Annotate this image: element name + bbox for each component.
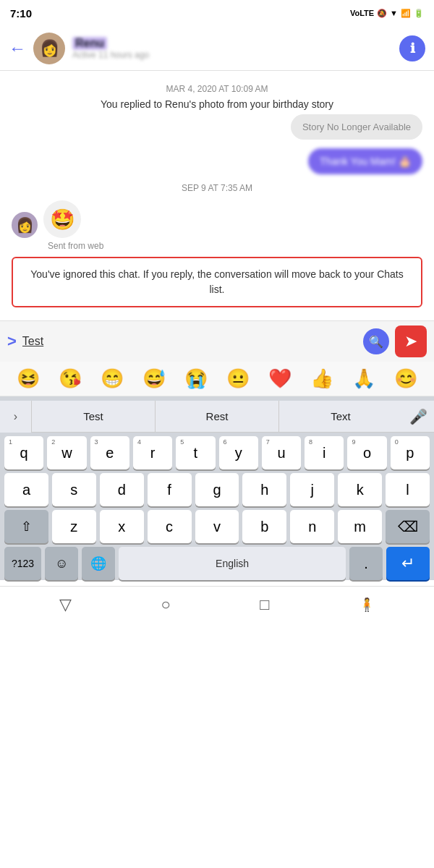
send-icon: ➤ bbox=[404, 332, 417, 351]
key-p[interactable]: 0p bbox=[391, 436, 430, 469]
battery-icon: 🔋 bbox=[414, 9, 424, 18]
key-e[interactable]: 3e bbox=[90, 436, 129, 469]
key-z[interactable]: z bbox=[52, 510, 96, 543]
emoji-grin[interactable]: 😁 bbox=[101, 367, 124, 390]
key-x[interactable]: x bbox=[100, 510, 144, 543]
backspace-key[interactable]: ⌫ bbox=[386, 510, 430, 543]
suggestions-row: › Test Rest Text 🎤 bbox=[0, 401, 434, 433]
expand-button[interactable]: > bbox=[7, 332, 17, 351]
emoji-key[interactable]: ☺ bbox=[45, 547, 78, 580]
story-bubble: Story No Longer Available bbox=[291, 114, 422, 140]
shift-key[interactable]: ⇧ bbox=[4, 510, 48, 543]
search-button[interactable]: 🔍 bbox=[363, 328, 389, 354]
key-o[interactable]: 9o bbox=[347, 436, 386, 469]
nav-accessibility[interactable]: 🧍 bbox=[359, 597, 375, 613]
signal-icon: 📶 bbox=[401, 9, 411, 18]
emoji-pray[interactable]: 🙏 bbox=[352, 367, 375, 390]
wifi-icon: ▼ bbox=[390, 9, 398, 17]
nav-home[interactable]: ○ bbox=[161, 595, 170, 614]
status-time: 7:10 bbox=[10, 7, 32, 20]
key-h[interactable]: h bbox=[242, 473, 286, 506]
emoji-row: 😆 😘 😁 😅 😭 😐 ❤️ 👍 🙏 😊 bbox=[0, 362, 434, 396]
emoji-neutral[interactable]: 😐 bbox=[226, 367, 250, 390]
bell-icon: 🔕 bbox=[377, 9, 387, 18]
key-k[interactable]: k bbox=[338, 473, 382, 506]
outgoing-message: Thank You Mam! 🎂 bbox=[308, 148, 422, 174]
key-j[interactable]: j bbox=[290, 473, 334, 506]
bottom-nav: ▽ ○ □ 🧍 bbox=[0, 586, 434, 622]
key-a[interactable]: a bbox=[4, 473, 48, 506]
key-v[interactable]: v bbox=[195, 510, 239, 543]
status-icons: VoLTE 🔕 ▼ 📶 🔋 bbox=[350, 9, 424, 18]
key-m[interactable]: m bbox=[338, 510, 382, 543]
back-button[interactable]: ← bbox=[9, 38, 26, 59]
info-button[interactable]: ℹ bbox=[399, 35, 425, 61]
message-input[interactable] bbox=[22, 335, 357, 348]
key-w[interactable]: 2w bbox=[47, 436, 86, 469]
emoji-thumbs[interactable]: 👍 bbox=[310, 367, 333, 390]
emoji-laugh[interactable]: 😆 bbox=[17, 367, 40, 390]
key-n[interactable]: n bbox=[290, 510, 334, 543]
key-g[interactable]: g bbox=[195, 473, 239, 506]
suggestion-rest[interactable]: Rest bbox=[156, 401, 279, 433]
key-r[interactable]: 4r bbox=[133, 436, 172, 469]
keyboard: › Test Rest Text 🎤 1q 2w 3e 4r 5t 6y 7u … bbox=[0, 396, 434, 580]
key-i[interactable]: 8i bbox=[305, 436, 344, 469]
mic-button[interactable]: 🎤 bbox=[402, 408, 434, 425]
emoji-sweat[interactable]: 😅 bbox=[142, 367, 166, 390]
send-button[interactable]: ➤ bbox=[395, 326, 427, 357]
header-info: Renu Active 11 hours ago bbox=[72, 37, 399, 60]
sent-from-web: Sent from web bbox=[48, 241, 422, 251]
emoji-cry[interactable]: 😭 bbox=[184, 367, 208, 390]
key-b[interactable]: b bbox=[242, 510, 286, 543]
key-q[interactable]: 1q bbox=[4, 436, 43, 469]
keyboard-row-1: 1q 2w 3e 4r 5t 6y 7u 8i 9o 0p bbox=[4, 436, 430, 469]
date-label-2: SEP 9 AT 7:35 AM bbox=[12, 183, 422, 193]
mic-icon: 🎤 bbox=[409, 408, 427, 425]
keyboard-row-2: a s d f g h j k l bbox=[4, 473, 430, 506]
key-t[interactable]: 5t bbox=[176, 436, 215, 469]
avatar: 👩 bbox=[33, 33, 65, 64]
suggestions-expand[interactable]: › bbox=[0, 401, 32, 433]
status-bar: 7:10 VoLTE 🔕 ▼ 📶 🔋 bbox=[0, 0, 434, 26]
key-s[interactable]: s bbox=[52, 473, 96, 506]
keyboard-row-3: ⇧ z x c v b n m ⌫ bbox=[4, 510, 430, 543]
sym-key[interactable]: ?123 bbox=[4, 547, 41, 580]
emoji-kiss[interactable]: 😘 bbox=[59, 367, 82, 390]
keyboard-bottom-row: ?123 ☺ 🌐 English . ↵ bbox=[4, 547, 430, 580]
globe-key[interactable]: 🌐 bbox=[82, 547, 115, 580]
date-label-1: MAR 4, 2020 AT 10:09 AM bbox=[12, 84, 422, 94]
nav-recents[interactable]: □ bbox=[260, 595, 269, 614]
incoming-avatar: 👩 bbox=[12, 212, 38, 238]
space-key[interactable]: English bbox=[119, 547, 346, 580]
volte-icon: VoLTE bbox=[350, 9, 374, 17]
enter-key[interactable]: ↵ bbox=[386, 547, 430, 580]
emoji-heart[interactable]: ❤️ bbox=[268, 367, 292, 390]
emoji-message: 🤩 bbox=[43, 200, 81, 238]
active-status: Active 11 hours ago bbox=[72, 50, 399, 60]
key-y[interactable]: 6y bbox=[219, 436, 258, 469]
chat-area: MAR 4, 2020 AT 10:09 AM You replied to R… bbox=[0, 71, 434, 320]
contact-name: Renu bbox=[72, 37, 107, 50]
search-icon: 🔍 bbox=[369, 335, 383, 349]
period-key[interactable]: . bbox=[349, 547, 383, 580]
key-c[interactable]: c bbox=[148, 510, 192, 543]
reply-context: You replied to Renu's photo from your bi… bbox=[12, 98, 422, 110]
chat-header: ← 👩 Renu Active 11 hours ago ℹ bbox=[0, 26, 434, 71]
emoji-smile[interactable]: 😊 bbox=[394, 367, 417, 390]
incoming-message-row: 👩 🤩 bbox=[12, 200, 422, 238]
key-f[interactable]: f bbox=[148, 473, 192, 506]
key-u[interactable]: 7u bbox=[262, 436, 301, 469]
suggestion-text[interactable]: Text bbox=[279, 401, 402, 433]
key-d[interactable]: d bbox=[100, 473, 144, 506]
input-bar: > 🔍 ➤ bbox=[0, 320, 434, 362]
nav-back[interactable]: ▽ bbox=[59, 595, 72, 614]
suggestion-test[interactable]: Test bbox=[32, 401, 156, 433]
expand-icon: › bbox=[14, 410, 17, 423]
key-l[interactable]: l bbox=[386, 473, 430, 506]
suggestions-items: Test Rest Text bbox=[32, 401, 402, 433]
ignored-notice: You've ignored this chat. If you reply, … bbox=[12, 257, 422, 307]
